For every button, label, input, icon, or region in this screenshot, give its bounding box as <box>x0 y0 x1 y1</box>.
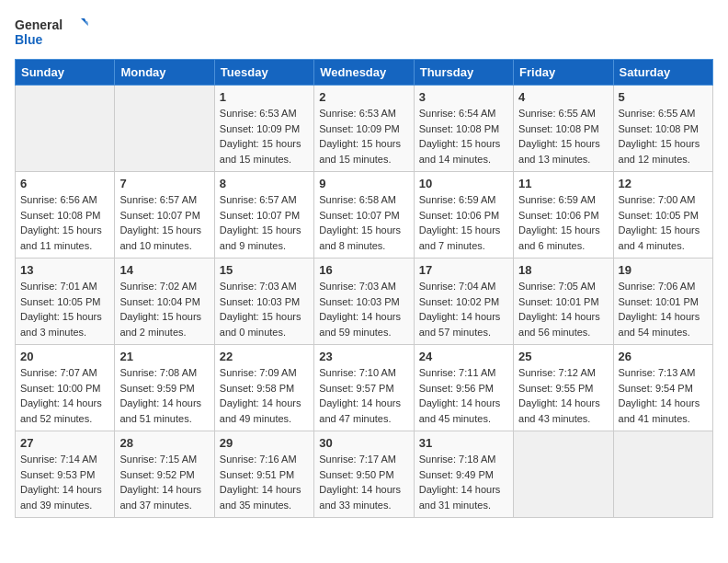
day-number: 14 <box>119 263 209 277</box>
page-header: General Blue <box>15 15 713 50</box>
calendar-week-row: 1Sunrise: 6:53 AMSunset: 10:09 PMDayligh… <box>16 86 713 172</box>
day-number: 31 <box>419 436 508 450</box>
day-info: Sunrise: 7:08 AMSunset: 9:59 PMDaylight:… <box>119 365 209 426</box>
day-number: 26 <box>619 350 708 363</box>
header-saturday: Saturday <box>613 60 712 86</box>
calendar-cell: 15Sunrise: 7:03 AMSunset: 10:03 PMDaylig… <box>214 259 313 345</box>
day-info: Sunrise: 7:03 AMSunset: 10:03 PMDaylight… <box>319 279 408 339</box>
calendar-cell: 18Sunrise: 7:05 AMSunset: 10:01 PMDaylig… <box>514 259 613 345</box>
day-number: 5 <box>619 90 708 104</box>
day-number: 17 <box>419 263 508 277</box>
day-info: Sunrise: 6:57 AMSunset: 10:07 PMDaylight… <box>119 192 209 253</box>
header-sunday: Sunday <box>16 60 115 86</box>
calendar-cell: 6Sunrise: 6:56 AMSunset: 10:08 PMDayligh… <box>16 172 115 259</box>
calendar-cell <box>115 86 214 172</box>
day-info: Sunrise: 7:04 AMSunset: 10:02 PMDaylight… <box>419 279 508 339</box>
day-info: Sunrise: 6:57 AMSunset: 10:07 PMDaylight… <box>220 192 309 253</box>
day-number: 29 <box>220 436 309 450</box>
day-number: 7 <box>119 177 209 190</box>
day-info: Sunrise: 6:56 AMSunset: 10:08 PMDaylight… <box>20 192 109 253</box>
calendar-cell: 9Sunrise: 6:58 AMSunset: 10:07 PMDayligh… <box>314 172 414 259</box>
calendar-cell: 23Sunrise: 7:10 AMSunset: 9:57 PMDayligh… <box>314 345 414 431</box>
day-number: 16 <box>319 263 408 277</box>
day-info: Sunrise: 7:09 AMSunset: 9:58 PMDaylight:… <box>220 365 309 426</box>
calendar-cell <box>613 431 712 518</box>
calendar-cell: 11Sunrise: 6:59 AMSunset: 10:06 PMDaylig… <box>514 172 613 259</box>
day-info: Sunrise: 7:12 AMSunset: 9:55 PMDaylight:… <box>518 365 608 426</box>
calendar-cell: 1Sunrise: 6:53 AMSunset: 10:09 PMDayligh… <box>214 86 313 172</box>
day-info: Sunrise: 6:59 AMSunset: 10:06 PMDaylight… <box>419 192 508 253</box>
calendar-cell: 21Sunrise: 7:08 AMSunset: 9:59 PMDayligh… <box>115 345 214 431</box>
calendar-cell: 28Sunrise: 7:15 AMSunset: 9:52 PMDayligh… <box>115 431 214 518</box>
calendar-cell: 14Sunrise: 7:02 AMSunset: 10:04 PMDaylig… <box>115 259 214 345</box>
day-number: 20 <box>20 350 109 363</box>
day-number: 9 <box>319 177 408 190</box>
calendar-cell: 13Sunrise: 7:01 AMSunset: 10:05 PMDaylig… <box>16 259 115 345</box>
day-number: 8 <box>220 177 309 190</box>
calendar-cell <box>16 86 115 172</box>
day-number: 13 <box>20 263 109 277</box>
logo-svg: General Blue <box>15 15 88 50</box>
calendar-cell: 30Sunrise: 7:17 AMSunset: 9:50 PMDayligh… <box>314 431 414 518</box>
day-info: Sunrise: 7:15 AMSunset: 9:52 PMDaylight:… <box>119 452 209 512</box>
day-number: 12 <box>619 177 708 190</box>
header-friday: Friday <box>514 60 613 86</box>
day-info: Sunrise: 7:17 AMSunset: 9:50 PMDaylight:… <box>319 452 408 512</box>
calendar-cell: 16Sunrise: 7:03 AMSunset: 10:03 PMDaylig… <box>314 259 414 345</box>
day-number: 22 <box>220 350 309 363</box>
day-number: 15 <box>220 263 309 277</box>
calendar-week-row: 27Sunrise: 7:14 AMSunset: 9:53 PMDayligh… <box>16 431 713 518</box>
day-info: Sunrise: 7:18 AMSunset: 9:49 PMDaylight:… <box>419 452 508 512</box>
day-info: Sunrise: 6:55 AMSunset: 10:08 PMDaylight… <box>619 106 708 167</box>
calendar-cell: 25Sunrise: 7:12 AMSunset: 9:55 PMDayligh… <box>514 345 613 431</box>
day-number: 18 <box>518 263 608 277</box>
calendar-cell: 27Sunrise: 7:14 AMSunset: 9:53 PMDayligh… <box>16 431 115 518</box>
day-info: Sunrise: 7:00 AMSunset: 10:05 PMDaylight… <box>619 192 708 253</box>
day-number: 3 <box>419 90 508 104</box>
day-number: 27 <box>20 436 109 450</box>
calendar-cell <box>514 431 613 518</box>
day-number: 1 <box>220 90 309 104</box>
day-number: 6 <box>20 177 109 190</box>
calendar-week-row: 13Sunrise: 7:01 AMSunset: 10:05 PMDaylig… <box>16 259 713 345</box>
day-info: Sunrise: 6:55 AMSunset: 10:08 PMDaylight… <box>518 106 608 167</box>
day-number: 4 <box>518 90 608 104</box>
calendar-cell: 10Sunrise: 6:59 AMSunset: 10:06 PMDaylig… <box>414 172 513 259</box>
day-info: Sunrise: 7:03 AMSunset: 10:03 PMDaylight… <box>220 279 309 339</box>
day-info: Sunrise: 6:53 AMSunset: 10:09 PMDaylight… <box>220 106 309 167</box>
day-info: Sunrise: 6:59 AMSunset: 10:06 PMDaylight… <box>518 192 608 253</box>
calendar-cell: 20Sunrise: 7:07 AMSunset: 10:00 PMDaylig… <box>16 345 115 431</box>
calendar-cell: 12Sunrise: 7:00 AMSunset: 10:05 PMDaylig… <box>613 172 712 259</box>
day-info: Sunrise: 7:02 AMSunset: 10:04 PMDaylight… <box>119 279 209 339</box>
day-number: 23 <box>319 350 408 363</box>
day-number: 2 <box>319 90 408 104</box>
calendar-cell: 19Sunrise: 7:06 AMSunset: 10:01 PMDaylig… <box>613 259 712 345</box>
header-monday: Monday <box>115 60 214 86</box>
calendar-cell: 2Sunrise: 6:53 AMSunset: 10:09 PMDayligh… <box>314 86 414 172</box>
calendar-week-row: 6Sunrise: 6:56 AMSunset: 10:08 PMDayligh… <box>16 172 713 259</box>
day-number: 21 <box>119 350 209 363</box>
day-number: 19 <box>619 263 708 277</box>
header-tuesday: Tuesday <box>214 60 313 86</box>
calendar-cell: 17Sunrise: 7:04 AMSunset: 10:02 PMDaylig… <box>414 259 513 345</box>
calendar-cell: 3Sunrise: 6:54 AMSunset: 10:08 PMDayligh… <box>414 86 513 172</box>
calendar-cell: 26Sunrise: 7:13 AMSunset: 9:54 PMDayligh… <box>613 345 712 431</box>
svg-marker-3 <box>84 21 88 29</box>
day-info: Sunrise: 7:13 AMSunset: 9:54 PMDaylight:… <box>619 365 708 426</box>
calendar-cell: 31Sunrise: 7:18 AMSunset: 9:49 PMDayligh… <box>414 431 513 518</box>
calendar-header-row: SundayMondayTuesdayWednesdayThursdayFrid… <box>16 60 713 86</box>
calendar-cell: 8Sunrise: 6:57 AMSunset: 10:07 PMDayligh… <box>214 172 313 259</box>
calendar-cell: 4Sunrise: 6:55 AMSunset: 10:08 PMDayligh… <box>514 86 613 172</box>
calendar-week-row: 20Sunrise: 7:07 AMSunset: 10:00 PMDaylig… <box>16 345 713 431</box>
day-number: 11 <box>518 177 608 190</box>
day-info: Sunrise: 7:14 AMSunset: 9:53 PMDaylight:… <box>20 452 109 512</box>
day-info: Sunrise: 6:54 AMSunset: 10:08 PMDaylight… <box>419 106 508 167</box>
day-info: Sunrise: 7:01 AMSunset: 10:05 PMDaylight… <box>20 279 109 339</box>
day-info: Sunrise: 6:58 AMSunset: 10:07 PMDaylight… <box>319 192 408 253</box>
day-number: 24 <box>419 350 508 363</box>
header-thursday: Thursday <box>414 60 513 86</box>
svg-text:Blue: Blue <box>15 32 43 47</box>
day-number: 10 <box>419 177 508 190</box>
day-info: Sunrise: 7:11 AMSunset: 9:56 PMDaylight:… <box>419 365 508 426</box>
svg-text:General: General <box>15 17 63 32</box>
